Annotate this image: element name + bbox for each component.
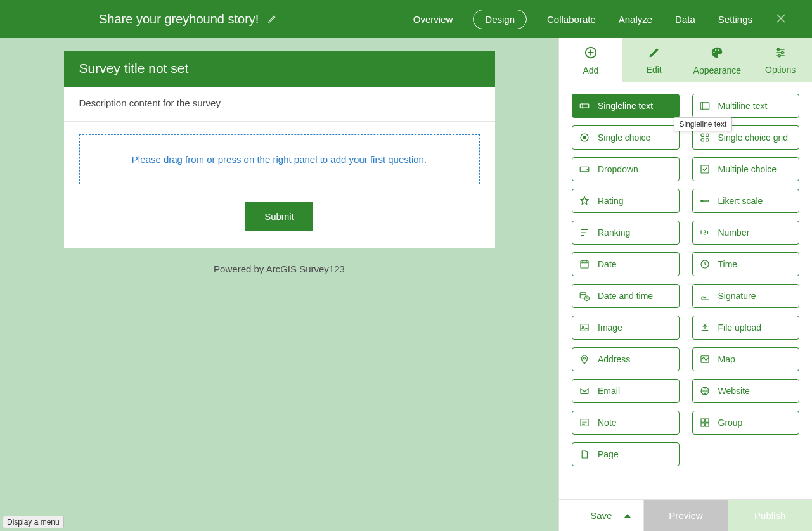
nav-analyze[interactable]: Analyze [616,10,655,29]
qtype-ranking[interactable]: Ranking [572,221,680,245]
plus-circle-icon [584,46,598,61]
svg-point-12 [706,134,709,137]
svg-point-4 [777,48,779,50]
qtype-label: Multiline text [718,101,768,111]
qtype-single-choice[interactable]: Single choice [572,125,680,150]
qtype-label: Ranking [598,227,630,238]
edit-title-icon[interactable] [267,13,278,25]
svg-rect-7 [580,104,589,108]
qtype-image[interactable]: Image [572,316,680,340]
save-label: Save [590,510,612,521]
powered-by-text: Powered by ArcGIS Survey123 [0,264,558,274]
qtype-dropdown[interactable]: Dropdown [572,157,680,181]
qtype-file-upload[interactable]: File upload [692,316,800,340]
panel-tab-edit[interactable]: Edit [622,38,686,82]
page-icon [579,449,590,460]
qtype-rating[interactable]: Rating [572,189,680,213]
qtype-date[interactable]: Date [572,252,680,276]
top-nav: Overview Design Collaborate Analyze Data… [411,10,802,29]
group-icon [699,417,711,428]
panel-tabs: Add Edit Appearance Options [559,38,812,82]
nav-data[interactable]: Data [673,10,698,29]
publish-label: Publish [754,510,785,521]
survey-description[interactable]: Description content for the survey [64,87,495,122]
panel-tab-appearance[interactable]: Appearance [686,38,749,82]
qtype-email[interactable]: Email [572,379,680,403]
qtype-date-time[interactable]: Date and time [572,284,680,308]
caret-up-icon [624,514,631,518]
qtype-note[interactable]: Note [572,411,680,435]
text-area-icon [699,100,711,112]
qtype-time[interactable]: Time [692,252,800,276]
panel-tab-label: Appearance [693,65,742,75]
preview-button[interactable]: Preview [644,500,728,531]
dropdown-icon [579,163,590,175]
nav-design[interactable]: Design [473,10,527,29]
panel-tab-options[interactable]: Options [749,38,812,82]
qtype-likert[interactable]: Likert scale [692,189,800,213]
qtype-singleline-text[interactable]: Singleline text [572,94,680,118]
svg-rect-24 [581,324,588,331]
qtype-label: Likert scale [718,196,763,206]
qtype-label: Image [598,323,622,333]
qtype-multiple-choice[interactable]: Multiple choice [692,157,800,181]
qtype-label: Note [598,418,617,428]
tools-icon[interactable] [775,13,787,26]
radio-icon [579,132,590,143]
svg-point-1 [714,51,715,53]
svg-point-11 [701,134,704,137]
qtype-group[interactable]: Group [692,411,800,435]
star-icon [579,195,590,207]
qtype-label: Website [718,386,750,396]
svg-point-2 [715,49,716,50]
nav-collaborate[interactable]: Collaborate [545,10,598,29]
qtype-label: Single choice grid [718,132,789,143]
panel-tab-label: Add [583,65,598,75]
tooltip: Singleline text [674,117,733,131]
panel-footer: Save Preview Publish [559,499,812,531]
survey-title[interactable]: Survey title not set [64,51,495,87]
panel-tab-add[interactable]: Add [559,38,622,82]
clock-icon [699,259,711,270]
map-icon [699,354,711,365]
qtype-signature[interactable]: Signature [692,284,800,308]
svg-rect-28 [581,388,588,394]
ranking-icon [579,227,590,238]
qtype-label: Group [718,418,743,428]
image-icon [579,322,590,333]
svg-rect-34 [705,423,708,426]
qtype-website[interactable]: Website [692,379,800,403]
submit-button[interactable]: Submit [245,202,313,231]
dropzone-wrap: Please drag from or press on the right p… [64,122,495,187]
svg-point-5 [782,51,783,53]
qtype-label: Rating [598,196,623,206]
likert-icon [699,195,711,207]
qtype-label: Map [718,354,735,364]
panel-tab-label: Edit [647,65,662,75]
qtype-address[interactable]: Address [572,347,680,371]
qtype-label: Multiple choice [718,164,777,174]
checkbox-icon [699,163,711,175]
nav-overview[interactable]: Overview [411,10,456,29]
qtype-label: Signature [718,291,756,301]
qtype-page[interactable]: Page [572,442,680,466]
qtype-number[interactable]: Number [692,221,800,245]
qtype-label: Page [598,449,619,459]
signature-icon [699,290,711,302]
upload-icon [699,322,711,333]
publish-button[interactable]: Publish [728,500,812,531]
calendar-clock-icon [579,290,590,302]
qtype-label: Date and time [598,291,653,301]
qtype-multiline-text[interactable]: Multiline text Singleline text [692,94,800,118]
nav-settings[interactable]: Settings [716,10,755,29]
save-button[interactable]: Save [559,500,644,531]
svg-rect-8 [700,103,709,110]
survey-card: Survey title not set Description content… [64,51,495,248]
svg-point-13 [701,139,704,142]
question-dropzone[interactable]: Please drag from or press on the right p… [79,134,480,184]
survey-name: Share your greyhound story! [99,12,259,27]
svg-rect-33 [701,423,704,426]
qtype-map[interactable]: Map [692,347,800,371]
pin-icon [579,354,590,365]
qtype-label: Singleline text [598,101,653,111]
